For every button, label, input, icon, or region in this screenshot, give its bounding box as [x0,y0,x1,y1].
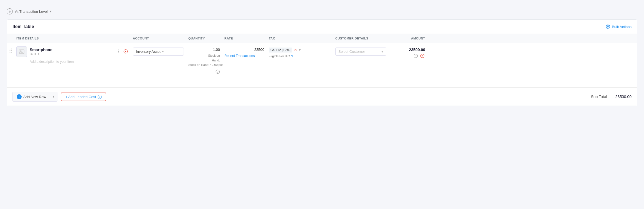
account-select-chevron: ▾ [162,50,164,53]
quantity-cell: 1.00 Stock onHand:Stock on Hand: 42.00 p… [186,43,222,79]
table-row: Smartphone SKU: 1 [7,43,637,88]
svg-point-10 [118,51,119,52]
quantity-value[interactable]: 1.00 [188,48,220,52]
transaction-level-chevron[interactable]: ▾ [50,9,52,13]
add-landed-cost-label: + Add Landed Cost [65,95,96,99]
add-new-row-label: Add New Row [23,95,46,99]
account-select-value: Inventory Asset [136,49,161,54]
info-icon: i [98,95,102,99]
footer-left: + Add New Row ▾ + Add Landed Cost i [12,92,106,102]
add-landed-cost-button[interactable]: + Add Landed Cost i [61,93,106,101]
table-footer: + Add New Row ▾ + Add Landed Cost i Sub … [7,88,637,106]
rate-value[interactable]: 23500 [224,48,264,52]
col-header-amount: AMOUNT [389,34,427,43]
eligible-itc: Eligible For ITC ✎ [269,54,331,58]
recent-transactions-link[interactable]: Recent Transactions [224,54,264,58]
amount-remove-button[interactable] [420,54,425,59]
item-description[interactable]: Add a description to your item [16,60,128,64]
tax-dropdown-button[interactable]: ▾ [299,48,301,52]
col-header-rate: RATE [222,34,267,43]
at-transaction-icon: ⊛ [7,8,13,14]
stock-info: Stock onHand:Stock on Hand: 42.00 pcs [188,53,220,67]
item-table-header: Item Table Bulk Actions [7,20,637,34]
item-row-actions [116,49,128,55]
svg-point-5 [10,52,11,53]
svg-point-15 [216,70,219,73]
svg-point-9 [118,50,119,50]
add-new-row-dropdown-button[interactable]: ▾ [50,93,57,101]
edit-itc-icon[interactable]: ✎ [291,54,293,58]
tax-tag-row: GST12 [12%] ▾ [269,48,331,53]
col-header-customer-details: CUSTOMER DETAILS [333,34,389,43]
eligible-itc-label: Eligible For ITC [269,54,290,58]
col-header-account: ACCOUNT [131,34,186,43]
svg-point-2 [11,49,12,49]
account-select[interactable]: Inventory Asset ▾ [133,48,184,56]
col-header-tax: TAX [267,34,333,43]
sub-total-label: Sub Total [591,94,607,99]
account-cell: Inventory Asset ▾ [131,43,186,60]
item-name: Smartphone [30,48,113,52]
drag-handle[interactable] [9,43,14,53]
col-drag-spacer [9,34,14,43]
tax-remove-button[interactable] [294,48,297,52]
customer-select[interactable]: Select Customer ▾ [335,48,386,56]
item-table-grid: ITEM DETAILS ACCOUNT QUANTITY RATE TAX C… [7,34,637,88]
expand-quantity-icon[interactable] [188,69,220,75]
customer-details-cell: Select Customer ▾ [333,43,389,60]
rate-cell: 23500 Recent Transactions [222,43,267,62]
item-image-placeholder [16,46,27,57]
amount-value: 23500.00 [391,48,425,52]
col-header-quantity: QUANTITY [186,34,222,43]
transaction-level-label: At Transaction Level [15,9,48,14]
svg-point-11 [118,53,119,53]
add-new-row-main[interactable]: + Add New Row [13,92,50,101]
bulk-actions-label: Bulk Actions [612,25,632,29]
svg-point-8 [20,51,21,52]
tax-cell: GST12 [12%] ▾ Eligible For ITC ✎ [267,43,333,62]
amount-actions [391,54,425,59]
item-name-sku: Smartphone SKU: 1 [30,48,113,56]
svg-point-0 [607,26,608,27]
gear-icon [606,24,610,29]
footer-right: Sub Total 23500.00 [591,94,632,99]
item-table-title: Item Table [12,24,34,29]
svg-point-4 [11,50,12,51]
item-header-row: Smartphone SKU: 1 [16,46,128,57]
svg-point-6 [11,52,12,53]
item-remove-button[interactable] [123,49,128,54]
amount-options-button[interactable] [413,54,419,59]
item-table-card: Item Table Bulk Actions ITEM DETAILS ACC… [7,19,637,106]
col-headers: ITEM DETAILS ACCOUNT QUANTITY RATE TAX C… [7,34,637,43]
amount-cell: 23500.00 [389,43,427,63]
customer-select-value: Select Customer [338,49,365,54]
item-details-cell: Smartphone SKU: 1 [14,43,131,67]
item-sku: SKU: 1 [30,53,113,56]
sub-total-value: 23500.00 [615,94,632,99]
svg-point-3 [10,50,11,51]
col-header-item-details: ITEM DETAILS [14,34,131,43]
tax-tag: GST12 [12%] [269,48,292,53]
add-new-row-button[interactable]: + Add New Row ▾ [12,92,57,102]
transaction-level-bar: ⊛ At Transaction Level ▾ [7,5,637,19]
plus-circle-icon: + [17,94,22,99]
bulk-actions-button[interactable]: Bulk Actions [606,24,632,29]
svg-point-1 [10,49,11,49]
customer-select-chevron: ▾ [381,49,383,54]
item-options-button[interactable] [116,49,122,55]
